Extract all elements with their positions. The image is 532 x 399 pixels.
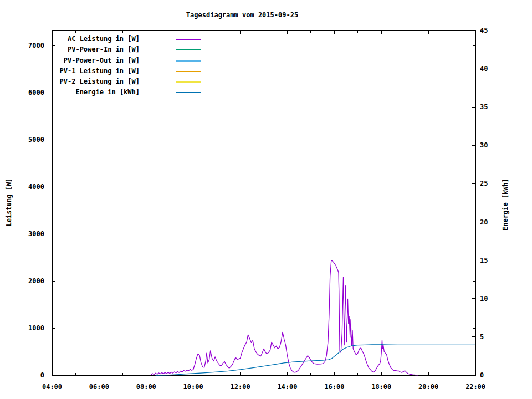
plot-area: 04:0006:0008:0010:0012:0014:0016:0018:00… [0,0,532,399]
series-ac-leistung-in-w- [151,260,418,375]
y-right-tick-label: 15 [480,257,488,264]
y-left-tick-label: 6000 [28,89,44,96]
x-tick-label: 20:00 [418,383,438,391]
x-tick-label: 10:00 [183,383,203,391]
x-tick-label: 18:00 [371,383,391,391]
y-right-tick-label: 45 [480,27,488,34]
y-right-tick-label: 25 [480,180,488,187]
x-tick-label: 14:00 [277,383,297,391]
x-tick-label: 06:00 [89,383,109,391]
x-tick-label: 04:00 [42,383,62,391]
x-tick-label: 08:00 [136,383,156,391]
y-left-tick-label: 7000 [28,42,44,49]
x-tick-label: 16:00 [324,383,344,391]
tagesdiagramm-chart: Tagesdiagramm vom 2015-09-25 AC Leistung… [0,0,532,399]
y-right-tick-label: 40 [480,65,488,73]
y-left-tick-label: 0 [40,371,44,379]
series-energie-in-kwh- [156,344,475,375]
y-left-tick-label: 3000 [28,230,44,238]
y-right-tick-label: 30 [480,141,488,149]
y-right-tick-label: 10 [480,295,488,303]
y-right-tick-label: 5 [480,333,484,341]
y-right-tick-label: 0 [480,371,484,379]
y-left-tick-label: 4000 [28,183,44,191]
y-left-tick-label: 1000 [28,324,44,332]
y-right-tick-label: 35 [480,103,488,111]
x-tick-label: 12:00 [230,383,250,391]
y-right-tick-label: 20 [480,218,488,226]
plot-border [52,30,475,375]
y-left-tick-label: 2000 [28,277,44,285]
y-left-tick-label: 5000 [28,136,44,144]
x-tick-label: 22:00 [466,383,485,391]
